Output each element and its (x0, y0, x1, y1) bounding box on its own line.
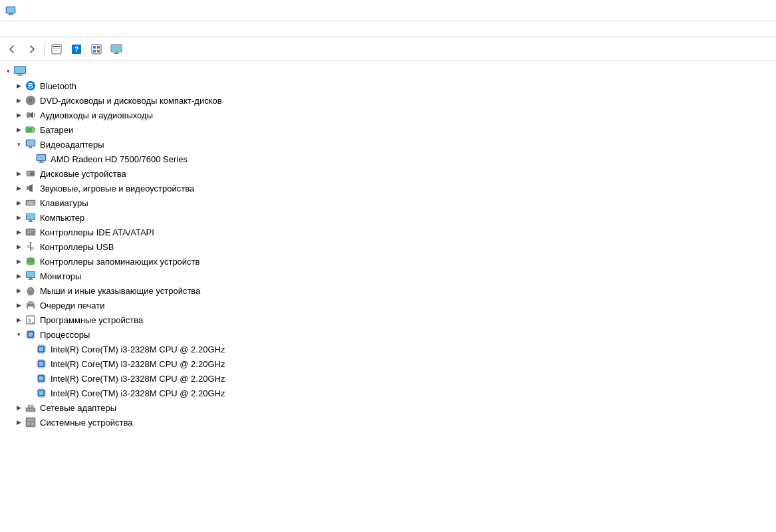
svg-point-74 (30, 288, 32, 291)
list-item[interactable]: ▶ Дисковые устройства (0, 166, 776, 181)
list-item[interactable]: ▾ Видеоадаптеры (0, 137, 776, 152)
help-button[interactable]: ? (67, 40, 86, 59)
list-item[interactable]: ▶ Системные устройства (0, 415, 776, 430)
menu-file[interactable] (3, 22, 13, 37)
list-item[interactable]: ▶ Аудиовходы и аудиовыходы (0, 108, 776, 122)
list-item[interactable]: Intel(R) Core(TM) i3-2328M CPU @ 2.20GHz (0, 386, 776, 400)
list-item[interactable]: ▶ Звуковые, игровые и видеоустройства (0, 181, 776, 196)
expand-icon[interactable]: ▶ (13, 402, 24, 413)
audio-icon (24, 108, 37, 122)
svg-rect-48 (29, 201, 31, 203)
expand-icon[interactable]: ▶ (13, 80, 24, 91)
svg-rect-42 (27, 172, 30, 176)
expand-icon[interactable]: ▶ (13, 110, 24, 120)
svg-rect-38 (37, 155, 45, 160)
item-label: Очереди печати (40, 301, 105, 311)
svg-rect-59 (27, 230, 34, 231)
svg-rect-71 (28, 279, 33, 280)
expand-icon[interactable]: ▶ (13, 124, 24, 135)
svg-rect-39 (40, 161, 43, 162)
expand-icon[interactable]: ▶ (13, 198, 24, 208)
ide-icon (24, 225, 37, 239)
item-label: Intel(R) Core(TM) i3-2328M CPU @ 2.20GHz (51, 359, 225, 369)
collapse-icon[interactable]: ▾ (13, 329, 24, 340)
list-item[interactable]: ▾ Процессоры (0, 327, 776, 342)
svg-line-80 (29, 319, 31, 321)
menu-help[interactable] (39, 22, 49, 37)
list-item[interactable]: ▶ Сетевые адаптеры (0, 400, 776, 415)
svg-rect-156 (31, 405, 33, 408)
window-controls[interactable] (679, 0, 771, 21)
expand-icon[interactable]: ▶ (13, 417, 24, 428)
svg-point-43 (31, 172, 33, 175)
monitor-button[interactable] (107, 40, 126, 59)
expand-icon[interactable]: ▶ (13, 227, 24, 237)
menu-action[interactable] (15, 22, 25, 37)
list-item[interactable]: ▶ Очереди печати (0, 298, 776, 313)
expand-icon[interactable]: ▶ (13, 315, 24, 325)
title-bar (0, 0, 776, 21)
expand-icon[interactable]: ▶ (13, 212, 24, 223)
list-item[interactable]: Intel(R) Core(TM) i3-2328M CPU @ 2.20GHz (0, 356, 776, 371)
list-item[interactable]: ▶ Контроллеры USB (0, 239, 776, 254)
list-item[interactable]: ▶ Компьютер (0, 210, 776, 225)
expand-icon[interactable]: ▶ (13, 256, 24, 267)
minimize-button[interactable] (679, 0, 710, 21)
expand-icon[interactable]: ▶ (13, 285, 24, 296)
svg-rect-76 (28, 301, 33, 304)
list-item[interactable]: AMD Radeon HD 7500/7600 Series (0, 152, 776, 166)
list-item[interactable]: ▶ DVD-дисководы и дисководы компакт-диск… (0, 93, 776, 108)
list-item[interactable]: ▶ B Bluetooth (0, 78, 776, 93)
device-tree-container[interactable]: ▾ ▶ B Bluetooth ▶ DVD-дисководы и дисков… (0, 61, 776, 532)
list-item[interactable]: Intel(R) Core(TM) i3-2328M CPU @ 2.20GHz (0, 342, 776, 356)
svg-rect-44 (27, 186, 29, 190)
bluetooth-icon: B (24, 79, 37, 92)
tree-items-container: ▶ B Bluetooth ▶ DVD-дисководы и дисковод… (0, 78, 776, 430)
svg-text:B: B (28, 82, 33, 90)
storage-icon (24, 255, 37, 268)
item-label: Аудиовходы и аудиовыходы (40, 110, 153, 120)
expand-icon[interactable]: ▶ (13, 241, 24, 252)
expand-icon[interactable]: ▶ (13, 271, 24, 281)
disk-icon (24, 167, 37, 180)
item-label: Видеоадаптеры (40, 140, 104, 150)
svg-marker-62 (29, 242, 32, 244)
devmgr-button[interactable] (87, 40, 106, 59)
list-item[interactable]: ▶ Мониторы (0, 269, 776, 283)
list-item[interactable]: Intel(R) Core(TM) i3-2328M CPU @ 2.20GHz (0, 371, 776, 386)
close-button[interactable] (740, 0, 771, 21)
expand-icon[interactable]: ▶ (13, 183, 24, 194)
expand-icon[interactable]: ▶ (13, 168, 24, 179)
collapse-icon[interactable]: ▾ (13, 139, 24, 150)
back-button[interactable] (3, 40, 21, 59)
expand-icon[interactable]: ▶ (13, 300, 24, 311)
list-item[interactable]: ▶ Батареи (0, 122, 776, 137)
computer-icon (13, 65, 27, 78)
forward-button[interactable] (23, 40, 41, 59)
menu-view[interactable] (27, 22, 37, 37)
list-item[interactable]: ▶ Мыши и иные указывающие устройства (0, 283, 776, 298)
svg-rect-55 (27, 214, 35, 219)
svg-rect-28 (27, 112, 30, 118)
svg-rect-35 (29, 146, 32, 148)
root-expand-icon[interactable]: ▾ (3, 66, 13, 76)
item-label: DVD-дисководы и дисководы компакт-дисков (40, 96, 222, 106)
toolbar-separator-1 (44, 43, 45, 56)
properties-button[interactable] (47, 40, 66, 59)
svg-rect-16 (112, 45, 121, 51)
svg-rect-126 (39, 376, 43, 380)
list-item[interactable]: ▶ Программные устройства (0, 313, 776, 327)
item-label: Дисковые устройства (40, 169, 126, 179)
list-item[interactable]: ▶ Контроллеры запоминающих устройств (0, 254, 776, 269)
list-item[interactable]: ▶ Контроллеры IDE ATA/ATAPI (0, 225, 776, 239)
svg-rect-21 (18, 74, 22, 75)
list-item[interactable]: ▶ Клавиатуры (0, 196, 776, 210)
svg-rect-60 (27, 232, 31, 233)
svg-rect-77 (28, 307, 33, 309)
tree-root[interactable]: ▾ (0, 64, 776, 78)
svg-rect-3 (7, 15, 14, 15)
expand-icon[interactable]: ▶ (13, 95, 24, 106)
svg-text:?: ? (74, 45, 79, 53)
monitor-icon (24, 211, 37, 224)
maximize-button[interactable] (710, 0, 740, 21)
